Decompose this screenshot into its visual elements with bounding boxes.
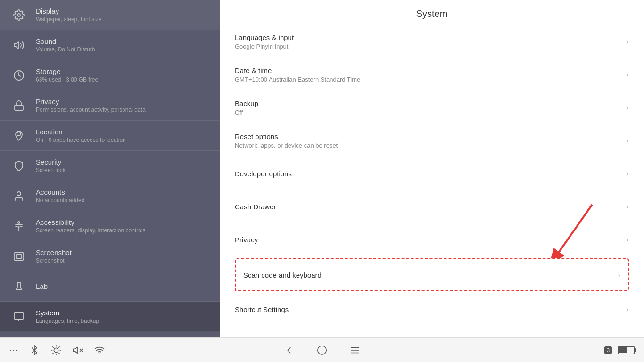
svg-point-17 xyxy=(54,348,58,352)
annotation-container: Scan code and keyboard › xyxy=(220,256,644,293)
svg-marker-1 xyxy=(14,42,18,49)
svg-marker-26 xyxy=(74,347,77,353)
bottom-bar: ··· 3 xyxy=(0,337,644,362)
lab-icon xyxy=(9,281,28,292)
chevron-right-icon: › xyxy=(626,103,629,113)
backup-title: Backup xyxy=(235,99,620,107)
accounts-icon xyxy=(9,190,28,202)
recents-button[interactable] xyxy=(350,345,360,355)
svg-line-25 xyxy=(59,346,59,347)
sidebar-item-screenshot[interactable]: Screenshot Screenshot xyxy=(0,241,220,272)
svg-rect-8 xyxy=(16,255,22,258)
lock-icon xyxy=(9,100,28,111)
battery-icon xyxy=(618,346,635,354)
chevron-right-icon: › xyxy=(626,235,629,245)
sidebar-system-title: System xyxy=(36,309,210,317)
sidebar-sound-subtitle: Volume, Do Not Disturb xyxy=(36,46,210,53)
sidebar-location-subtitle: On - 6 apps have access to location xyxy=(36,137,210,143)
storage-icon xyxy=(9,70,28,81)
sidebar-sound-title: Sound xyxy=(36,37,210,45)
brightness-icon[interactable] xyxy=(51,345,61,355)
sidebar-item-location[interactable]: Location On - 6 apps have access to loca… xyxy=(0,121,220,151)
menu-item-reset[interactable]: Reset options Network, apps, or device c… xyxy=(220,124,644,157)
home-button[interactable] xyxy=(317,345,327,355)
menu-item-datetime[interactable]: Date & time GMT+10:00 Australian Eastern… xyxy=(220,58,644,91)
sidebar-security-title: Security xyxy=(36,158,210,166)
chevron-right-icon: › xyxy=(626,37,629,47)
menu-item-backup[interactable]: Backup Off › xyxy=(220,91,644,124)
battery-badge: 3 xyxy=(604,346,612,354)
menu-item-shortcut[interactable]: Shortcut Settings › xyxy=(220,293,644,326)
menu-item-cashdrawer[interactable]: Cash Drawer › xyxy=(220,190,644,223)
sidebar-item-accessibility[interactable]: Accessibility Screen readers, display, i… xyxy=(0,211,220,241)
languages-subtitle: Google Pinyin Input xyxy=(235,43,620,50)
volume-mute-icon[interactable] xyxy=(73,345,83,355)
chevron-right-icon: › xyxy=(626,202,629,212)
menu-item-scancode[interactable]: Scan code and keyboard › xyxy=(235,258,629,291)
back-button[interactable] xyxy=(284,345,294,355)
menu-item-sunmiprinter[interactable]: SunmiPrinter › xyxy=(220,326,644,337)
developer-title: Developer options xyxy=(235,170,620,178)
sidebar-item-sound[interactable]: Sound Volume, Do Not Disturb xyxy=(0,30,220,60)
chevron-right-icon: › xyxy=(626,136,629,146)
svg-point-0 xyxy=(17,14,20,16)
menu-item-developer[interactable]: Developer options › xyxy=(220,157,644,190)
reset-subtitle: Network, apps, or device can be reset xyxy=(235,142,620,149)
sidebar-location-title: Location xyxy=(36,128,210,136)
datetime-subtitle: GMT+10:00 Australian Eastern Standard Ti… xyxy=(235,76,620,83)
bluetooth-icon[interactable] xyxy=(29,345,40,355)
menu-item-privacy-panel[interactable]: Privacy › xyxy=(220,223,644,256)
svg-point-5 xyxy=(17,192,21,196)
sidebar-accessibility-title: Accessibility xyxy=(36,218,210,226)
menu-item-languages[interactable]: Languages & input Google Pinyin Input › xyxy=(220,25,644,58)
sidebar-screenshot-subtitle: Screenshot xyxy=(36,257,210,264)
sidebar-accessibility-subtitle: Screen readers, display, interaction con… xyxy=(36,227,210,234)
dots-menu-icon[interactable]: ··· xyxy=(9,345,18,355)
panel-title: System xyxy=(220,8,644,19)
sidebar: Display Wallpaper, sleep, font size Soun… xyxy=(0,0,220,337)
sidebar-storage-subtitle: 63% used - 3.00 GB free xyxy=(36,76,210,83)
camera-icon xyxy=(9,251,28,262)
sidebar-screenshot-title: Screenshot xyxy=(36,248,210,256)
bottom-left-icons: ··· xyxy=(9,345,105,355)
gear-icon xyxy=(9,9,28,21)
sidebar-item-storage[interactable]: Storage 63% used - 3.00 GB free xyxy=(0,60,220,90)
sidebar-item-about[interactable]: About tablet D2_d_2nd_STGL xyxy=(0,332,220,337)
cashdrawer-title: Cash Drawer xyxy=(235,203,620,211)
shortcut-title: Shortcut Settings xyxy=(235,305,620,313)
bottom-right-area: 3 xyxy=(604,346,635,354)
sidebar-item-display[interactable]: Display Wallpaper, sleep, font size xyxy=(0,0,220,30)
sidebar-accounts-subtitle: No accounts added xyxy=(36,197,210,204)
sidebar-display-title: Display xyxy=(36,7,210,15)
privacy-panel-title: Privacy xyxy=(235,236,620,244)
sidebar-item-system[interactable]: System Languages, time, backup xyxy=(0,302,220,332)
right-panel: System Languages & input Google Pinyin I… xyxy=(220,0,644,337)
svg-point-6 xyxy=(18,222,20,223)
sidebar-display-subtitle: Wallpaper, sleep, font size xyxy=(36,16,210,23)
svg-point-4 xyxy=(17,132,21,136)
svg-line-24 xyxy=(53,353,53,353)
svg-line-21 xyxy=(59,353,59,353)
panel-header: System xyxy=(220,0,644,25)
backup-subtitle: Off xyxy=(235,109,620,116)
chevron-right-icon: › xyxy=(618,270,620,280)
sidebar-item-security[interactable]: Security Screen lock xyxy=(0,151,220,181)
wifi-icon[interactable] xyxy=(94,345,105,355)
svg-rect-9 xyxy=(14,313,24,319)
sound-icon xyxy=(9,40,28,51)
sidebar-lab-title: Lab xyxy=(36,282,210,290)
sidebar-item-lab[interactable]: Lab xyxy=(0,272,220,302)
sidebar-item-privacy[interactable]: Privacy Permissions, account activity, p… xyxy=(0,90,220,121)
monitor-icon xyxy=(9,311,28,322)
reset-title: Reset options xyxy=(235,132,620,140)
sidebar-security-subtitle: Screen lock xyxy=(36,167,210,173)
sidebar-storage-title: Storage xyxy=(36,67,210,75)
sidebar-system-subtitle: Languages, time, backup xyxy=(36,318,210,324)
location-icon xyxy=(9,130,28,141)
sidebar-privacy-title: Privacy xyxy=(36,98,210,106)
sidebar-item-accounts[interactable]: Accounts No accounts added xyxy=(0,181,220,211)
sidebar-accounts-title: Accounts xyxy=(36,188,210,196)
chevron-right-icon: › xyxy=(626,169,629,179)
scancode-title: Scan code and keyboard xyxy=(243,271,612,279)
datetime-title: Date & time xyxy=(235,66,620,74)
